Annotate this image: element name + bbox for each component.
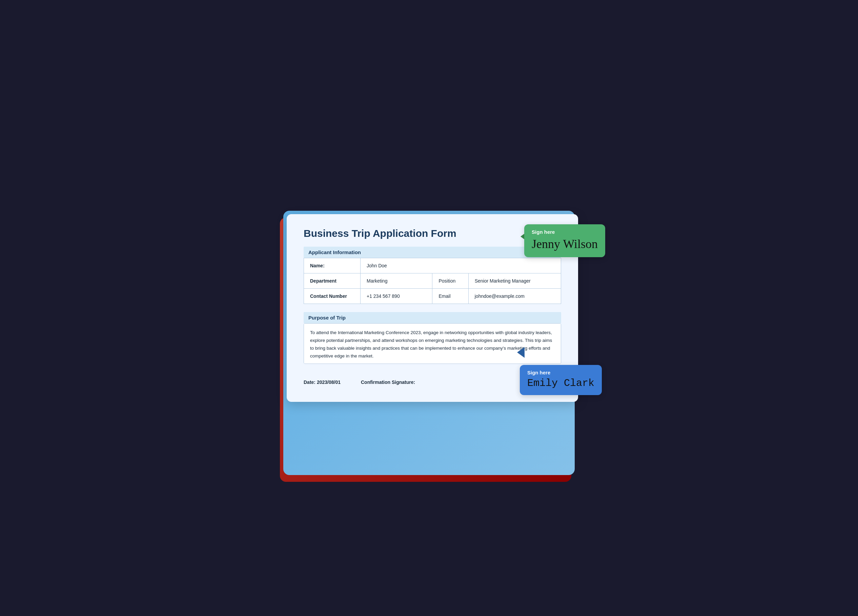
date-label: Date: 2023/08/01	[304, 380, 340, 385]
table-row-contact: Contact Number +1 234 567 890 Email john…	[304, 289, 561, 304]
table-row-dept: Department Marketing Position Senior Mar…	[304, 274, 561, 289]
applicant-section: Applicant Information Name: John Doe Dep…	[304, 247, 561, 304]
applicant-table: Name: John Doe Department Marketing Posi…	[304, 258, 561, 304]
purpose-section-header: Purpose of Trip	[304, 312, 561, 323]
position-label: Position	[432, 274, 468, 289]
sign-blue-label: Sign here	[527, 370, 594, 375]
email-label: Email	[432, 289, 468, 304]
sign-blue-box[interactable]: Sign here Emily Clark	[520, 365, 602, 395]
sign-green-box[interactable]: Sign here Jenny Wilson	[524, 224, 605, 257]
purpose-textarea[interactable]	[304, 323, 561, 364]
sign-green-signature: Jenny Wilson	[532, 237, 598, 251]
form-card: Sign here Jenny Wilson Sign here Emily C…	[287, 214, 578, 402]
department-label: Department	[304, 274, 361, 289]
table-row-name: Name: John Doe	[304, 258, 561, 274]
name-value: John Doe	[360, 258, 561, 274]
sign-green-label: Sign here	[532, 229, 598, 235]
department-value: Marketing	[360, 274, 432, 289]
email-value: johndoe@example.com	[468, 289, 561, 304]
position-value: Senior Marketing Manager	[468, 274, 561, 289]
contact-value: +1 234 567 890	[360, 289, 432, 304]
signature-label: Confirmation Signature:	[361, 380, 415, 385]
applicant-section-header: Applicant Information	[304, 247, 561, 258]
outer-wrapper: Sign here Jenny Wilson Sign here Emily C…	[277, 204, 581, 412]
sign-blue-arrow	[517, 347, 525, 358]
sign-blue-signature: Emily Clark	[527, 378, 594, 389]
name-label: Name:	[304, 258, 361, 274]
contact-label: Contact Number	[304, 289, 361, 304]
